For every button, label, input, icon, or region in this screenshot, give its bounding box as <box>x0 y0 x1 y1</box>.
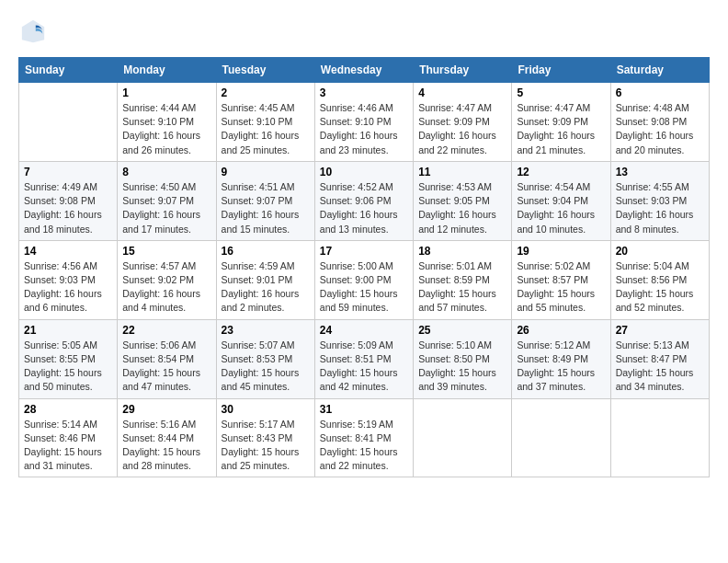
calendar-cell: 6Sunrise: 4:48 AM Sunset: 9:08 PM Daylig… <box>610 83 709 162</box>
day-number: 26 <box>517 324 605 337</box>
calendar-cell: 31Sunrise: 5:19 AM Sunset: 8:41 PM Dayli… <box>314 398 413 477</box>
day-info: Sunrise: 5:12 AM Sunset: 8:49 PM Dayligh… <box>517 339 605 395</box>
calendar-cell: 19Sunrise: 5:02 AM Sunset: 8:57 PM Dayli… <box>512 240 610 319</box>
day-number: 24 <box>320 324 408 337</box>
calendar-week-row: 1Sunrise: 4:44 AM Sunset: 9:10 PM Daylig… <box>19 83 710 162</box>
day-info: Sunrise: 5:19 AM Sunset: 8:41 PM Dayligh… <box>320 418 408 474</box>
day-info: Sunrise: 5:13 AM Sunset: 8:47 PM Dayligh… <box>616 339 704 395</box>
calendar-cell <box>512 398 610 477</box>
day-info: Sunrise: 4:54 AM Sunset: 9:04 PM Dayligh… <box>517 180 605 236</box>
calendar-cell: 26Sunrise: 5:12 AM Sunset: 8:49 PM Dayli… <box>512 319 610 398</box>
calendar-cell: 7Sunrise: 4:49 AM Sunset: 9:08 PM Daylig… <box>19 161 118 240</box>
day-number: 19 <box>517 245 605 258</box>
day-number: 7 <box>24 166 112 178</box>
day-number: 25 <box>418 324 506 337</box>
day-number: 29 <box>122 403 210 416</box>
calendar-cell: 25Sunrise: 5:10 AM Sunset: 8:50 PM Dayli… <box>414 319 512 398</box>
day-info: Sunrise: 4:47 AM Sunset: 9:09 PM Dayligh… <box>418 101 506 157</box>
day-info: Sunrise: 4:56 AM Sunset: 9:03 PM Dayligh… <box>24 259 112 316</box>
day-number: 8 <box>122 166 210 178</box>
day-number: 16 <box>222 245 310 258</box>
day-number: 28 <box>24 403 112 416</box>
day-number: 14 <box>24 245 112 258</box>
day-number: 21 <box>24 324 112 337</box>
day-info: Sunrise: 5:10 AM Sunset: 8:50 PM Dayligh… <box>418 339 506 395</box>
day-number: 20 <box>616 245 704 258</box>
calendar-cell: 16Sunrise: 4:59 AM Sunset: 9:01 PM Dayli… <box>216 240 314 319</box>
day-number: 1 <box>122 86 210 99</box>
day-number: 6 <box>616 86 704 99</box>
day-number: 17 <box>320 245 408 258</box>
calendar-cell: 24Sunrise: 5:09 AM Sunset: 8:51 PM Dayli… <box>314 319 413 398</box>
day-number: 12 <box>517 166 605 178</box>
day-info: Sunrise: 4:53 AM Sunset: 9:05 PM Dayligh… <box>418 180 506 236</box>
calendar-cell: 2Sunrise: 4:45 AM Sunset: 9:10 PM Daylig… <box>216 83 314 162</box>
day-info: Sunrise: 5:09 AM Sunset: 8:51 PM Dayligh… <box>320 339 408 395</box>
calendar-cell: 5Sunrise: 4:47 AM Sunset: 9:09 PM Daylig… <box>512 83 610 162</box>
logo-icon <box>20 18 46 44</box>
day-info: Sunrise: 5:01 AM Sunset: 8:59 PM Dayligh… <box>418 259 506 316</box>
day-number: 27 <box>616 324 704 337</box>
calendar-cell: 15Sunrise: 4:57 AM Sunset: 9:02 PM Dayli… <box>118 240 216 319</box>
calendar-cell: 29Sunrise: 5:16 AM Sunset: 8:44 PM Dayli… <box>118 398 216 477</box>
day-info: Sunrise: 5:06 AM Sunset: 8:54 PM Dayligh… <box>122 339 210 395</box>
day-info: Sunrise: 4:59 AM Sunset: 9:01 PM Dayligh… <box>222 259 310 316</box>
calendar-cell: 28Sunrise: 5:14 AM Sunset: 8:46 PM Dayli… <box>19 398 118 477</box>
day-info: Sunrise: 5:04 AM Sunset: 8:56 PM Dayligh… <box>616 259 704 316</box>
day-info: Sunrise: 5:14 AM Sunset: 8:46 PM Dayligh… <box>24 418 112 474</box>
day-info: Sunrise: 5:17 AM Sunset: 8:43 PM Dayligh… <box>222 418 310 474</box>
calendar-cell: 20Sunrise: 5:04 AM Sunset: 8:56 PM Dayli… <box>610 240 709 319</box>
day-info: Sunrise: 5:05 AM Sunset: 8:55 PM Dayligh… <box>24 339 112 395</box>
calendar-week-row: 21Sunrise: 5:05 AM Sunset: 8:55 PM Dayli… <box>19 319 710 398</box>
day-number: 22 <box>122 324 210 337</box>
day-number: 2 <box>222 86 310 99</box>
day-info: Sunrise: 4:47 AM Sunset: 9:09 PM Dayligh… <box>517 101 605 157</box>
day-info: Sunrise: 5:00 AM Sunset: 9:00 PM Dayligh… <box>320 259 408 316</box>
day-info: Sunrise: 4:52 AM Sunset: 9:06 PM Dayligh… <box>320 180 408 236</box>
calendar-cell: 14Sunrise: 4:56 AM Sunset: 9:03 PM Dayli… <box>19 240 118 319</box>
calendar-cell <box>19 83 118 162</box>
day-info: Sunrise: 4:48 AM Sunset: 9:08 PM Dayligh… <box>616 101 704 157</box>
calendar-cell: 8Sunrise: 4:50 AM Sunset: 9:07 PM Daylig… <box>118 161 216 240</box>
calendar-cell <box>610 398 709 477</box>
day-info: Sunrise: 4:49 AM Sunset: 9:08 PM Dayligh… <box>24 180 112 236</box>
header-cell-friday: Friday <box>512 58 610 83</box>
page-header <box>18 18 710 48</box>
calendar-header-row: SundayMondayTuesdayWednesdayThursdayFrid… <box>19 58 710 83</box>
calendar-cell: 30Sunrise: 5:17 AM Sunset: 8:43 PM Dayli… <box>216 398 314 477</box>
calendar-week-row: 28Sunrise: 5:14 AM Sunset: 8:46 PM Dayli… <box>19 398 710 477</box>
day-number: 4 <box>418 86 506 99</box>
day-number: 3 <box>320 86 408 99</box>
calendar-cell: 22Sunrise: 5:06 AM Sunset: 8:54 PM Dayli… <box>118 319 216 398</box>
day-number: 11 <box>418 166 506 178</box>
day-info: Sunrise: 4:46 AM Sunset: 9:10 PM Dayligh… <box>320 101 408 157</box>
day-number: 10 <box>320 166 408 178</box>
calendar-table: SundayMondayTuesdayWednesdayThursdayFrid… <box>18 57 710 477</box>
day-info: Sunrise: 4:45 AM Sunset: 9:10 PM Dayligh… <box>222 101 310 157</box>
header-cell-thursday: Thursday <box>414 58 512 83</box>
header-cell-wednesday: Wednesday <box>314 58 413 83</box>
calendar-cell: 3Sunrise: 4:46 AM Sunset: 9:10 PM Daylig… <box>314 83 413 162</box>
logo <box>18 18 46 48</box>
day-number: 23 <box>222 324 310 337</box>
day-info: Sunrise: 4:51 AM Sunset: 9:07 PM Dayligh… <box>222 180 310 236</box>
day-info: Sunrise: 4:44 AM Sunset: 9:10 PM Dayligh… <box>122 101 210 157</box>
header-cell-sunday: Sunday <box>19 58 118 83</box>
header-cell-monday: Monday <box>118 58 216 83</box>
day-info: Sunrise: 4:57 AM Sunset: 9:02 PM Dayligh… <box>122 259 210 316</box>
day-number: 5 <box>517 86 605 99</box>
calendar-cell: 10Sunrise: 4:52 AM Sunset: 9:06 PM Dayli… <box>314 161 413 240</box>
calendar-cell: 1Sunrise: 4:44 AM Sunset: 9:10 PM Daylig… <box>118 83 216 162</box>
day-number: 9 <box>222 166 310 178</box>
header-cell-saturday: Saturday <box>610 58 709 83</box>
calendar-cell: 21Sunrise: 5:05 AM Sunset: 8:55 PM Dayli… <box>19 319 118 398</box>
day-info: Sunrise: 5:02 AM Sunset: 8:57 PM Dayligh… <box>517 259 605 316</box>
calendar-week-row: 14Sunrise: 4:56 AM Sunset: 9:03 PM Dayli… <box>19 240 710 319</box>
calendar-cell: 12Sunrise: 4:54 AM Sunset: 9:04 PM Dayli… <box>512 161 610 240</box>
day-info: Sunrise: 5:16 AM Sunset: 8:44 PM Dayligh… <box>122 418 210 474</box>
calendar-week-row: 7Sunrise: 4:49 AM Sunset: 9:08 PM Daylig… <box>19 161 710 240</box>
day-info: Sunrise: 4:55 AM Sunset: 9:03 PM Dayligh… <box>616 180 704 236</box>
day-number: 31 <box>320 403 408 416</box>
calendar-cell: 4Sunrise: 4:47 AM Sunset: 9:09 PM Daylig… <box>414 83 512 162</box>
day-number: 15 <box>122 245 210 258</box>
